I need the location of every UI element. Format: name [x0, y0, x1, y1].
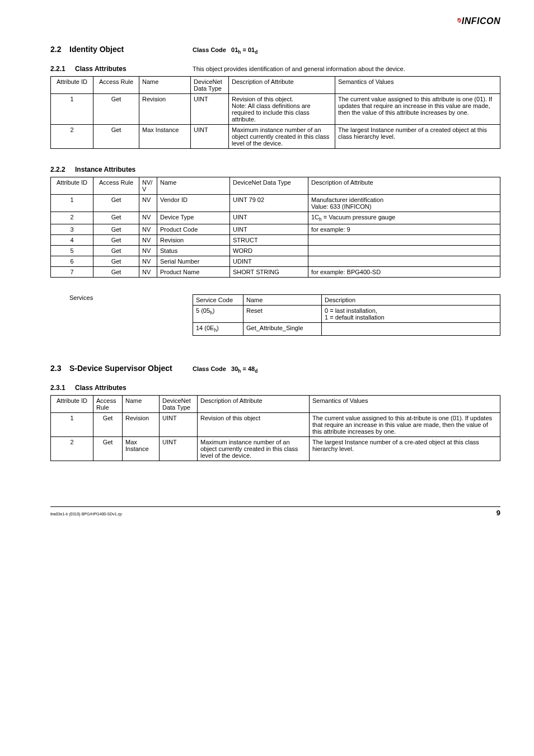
cell: UINT — [191, 94, 229, 125]
cell: NV — [139, 256, 157, 267]
cell: Device Type — [157, 212, 230, 224]
cell: 5 — [51, 246, 93, 256]
section-title: S-Device Supervisor Object — [69, 364, 193, 373]
section-2-3-header: 2.3 S-Device Supervisor Object Class Cod… — [50, 364, 500, 374]
cell: Get — [93, 246, 139, 256]
cell: Get — [93, 224, 139, 235]
cell: Revision of this object. Note: All class… — [229, 94, 335, 125]
cell: Get — [93, 125, 139, 149]
cell: for example: 9 — [308, 224, 500, 235]
cell: SHORT STRING — [230, 267, 308, 278]
cell: Get — [93, 235, 139, 246]
cell: Revision — [123, 412, 160, 436]
cell: Get — [93, 436, 123, 461]
cell: The current value assigned to this attri… — [335, 94, 500, 125]
cell — [322, 323, 500, 335]
cell: 4 — [51, 235, 93, 246]
subsection-title: Class Attributes — [75, 65, 193, 73]
cell: NV — [139, 246, 157, 256]
cell: Maximum instance number of an object cur… — [229, 125, 335, 149]
cell: The largest Instance number of a created… — [335, 125, 500, 149]
subsection-number: 2.2.1 — [50, 65, 75, 73]
cell: Manufacturer identification Value: 633 (… — [308, 195, 500, 212]
subsection-desc: This object provides identification of a… — [193, 65, 405, 72]
cell: 7 — [51, 267, 93, 278]
cell: UDINT — [230, 256, 308, 267]
cell: Max Instance — [139, 125, 191, 149]
cell: Get — [93, 94, 139, 125]
cell: Revision of this object — [198, 412, 310, 436]
class-code: Class Code 01h = 01d — [193, 46, 257, 55]
section-number: 2.2 — [50, 45, 69, 54]
cell: Max Instance — [123, 436, 160, 461]
table-row: 2 Get Max Instance UINT Maximum instance… — [51, 436, 500, 461]
subsection-number: 2.3.1 — [50, 384, 75, 392]
cell: Get — [93, 256, 139, 267]
table-row: 5 (05h)Reset0 = last installation, 1 = d… — [193, 306, 500, 323]
cell: Status — [157, 246, 230, 256]
cell: for example: BPG400-SD — [308, 267, 500, 278]
cell — [308, 246, 500, 256]
table-row: 5GetNVStatusWORD — [51, 246, 500, 256]
subsection-number: 2.2.2 — [50, 166, 75, 173]
cell: NV — [139, 224, 157, 235]
cell: NV — [139, 212, 157, 224]
cell: The current value assigned to this at-tr… — [310, 412, 500, 436]
cell: Serial Number — [157, 256, 230, 267]
table-header: Access Rule — [93, 395, 123, 412]
table-header: Attribute ID — [51, 395, 93, 412]
table-header: Attribute ID — [51, 77, 93, 94]
cell: 1 — [51, 412, 93, 436]
cell: NV — [139, 267, 157, 278]
table-header: Name — [157, 177, 230, 195]
table-header: Description of Attribute — [229, 77, 335, 94]
table-row: 6GetNVSerial NumberUDINT — [51, 256, 500, 267]
class-attributes-table-231: Attribute ID Access Rule Name DeviceNet … — [50, 395, 500, 461]
table-header: Name — [139, 77, 191, 94]
cell: Reset — [243, 306, 322, 323]
cell: Maximum instance number of an object cur… — [198, 436, 310, 461]
cell: 1 — [51, 195, 93, 212]
table-header: DeviceNet Data Type — [160, 395, 198, 412]
cell: 0 = last installation, 1 = default insta… — [322, 306, 500, 323]
section-2-2-2-header: 2.2.2 Instance Attributes — [50, 166, 500, 173]
table-row: 1 Get Revision UINT Revision of this obj… — [51, 412, 500, 436]
footer-left: tira03e1-b (0310) BPG/HPG400-SDv1.cp — [50, 512, 122, 516]
cell: STRUCT — [230, 235, 308, 246]
cell — [308, 235, 500, 246]
table-header: Service Code — [193, 295, 243, 306]
section-title: Identity Object — [69, 45, 193, 54]
cell: Get — [93, 195, 139, 212]
table-header: DeviceNet Data Type — [191, 77, 229, 94]
cell: 5 (05h) — [193, 306, 243, 323]
cell: 1Ch = Vacuum pressure gauge — [308, 212, 500, 224]
cell: UINT — [230, 224, 308, 235]
table-header: Description of Attribute — [198, 395, 310, 412]
subsection-title: Class Attributes — [75, 384, 193, 392]
section-2-3-1-header: 2.3.1 Class Attributes — [50, 384, 500, 392]
services-table: Service Code Name Description 5 (05h)Res… — [193, 294, 500, 335]
page-number: 9 — [496, 509, 500, 517]
cell: NV — [139, 235, 157, 246]
brand-logo: ᵑINFICON — [457, 16, 500, 26]
cell: UINT 79 02 — [230, 195, 308, 212]
table-row: 14 (0Eh)Get_Attribute_Single — [193, 323, 500, 335]
table-header: Name — [123, 395, 160, 412]
table-row: 1 Get Revision UINT Revision of this obj… — [51, 94, 500, 125]
cell: WORD — [230, 246, 308, 256]
cell: UINT — [160, 436, 198, 461]
class-attributes-table-221: Attribute ID Access Rule Name DeviceNet … — [50, 76, 500, 149]
cell: UINT — [230, 212, 308, 224]
cell: 2 — [51, 436, 93, 461]
cell: Revision — [157, 235, 230, 246]
cell: Product Code — [157, 224, 230, 235]
section-2-2-header: 2.2 Identity Object Class Code 01h = 01d — [50, 45, 500, 55]
table-row: 2 Get Max Instance UINT Maximum instance… — [51, 125, 500, 149]
page-footer: tira03e1-b (0310) BPG/HPG400-SDv1.cp 9 — [50, 506, 500, 517]
subsection-title: Instance Attributes — [75, 166, 193, 173]
cell: 6 — [51, 256, 93, 267]
table-header: Access Rule — [93, 177, 139, 195]
table-row: 4GetNVRevisionSTRUCT — [51, 235, 500, 246]
instance-attributes-table-222: Attribute ID Access Rule NV/ V Name Devi… — [50, 177, 500, 278]
cell: 3 — [51, 224, 93, 235]
